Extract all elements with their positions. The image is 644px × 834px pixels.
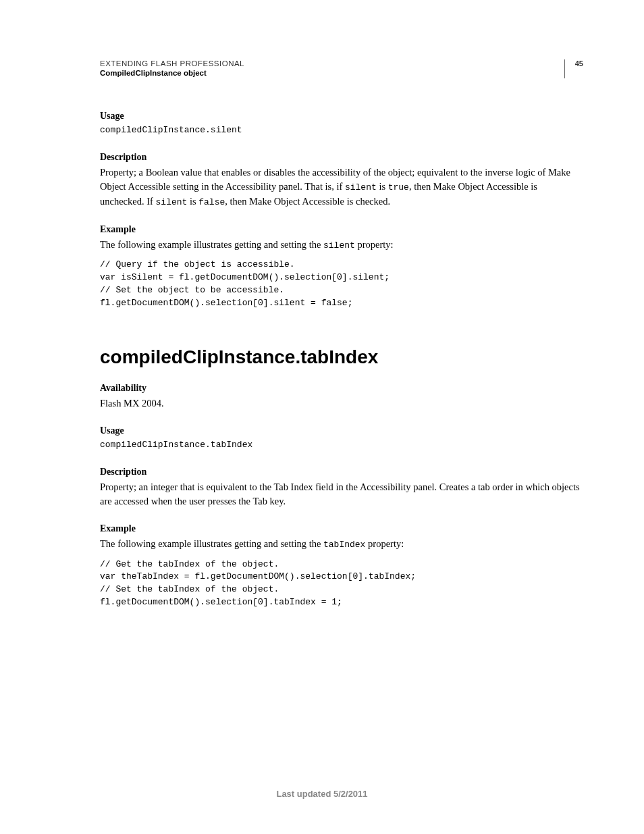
page-number: 45 (564, 59, 583, 78)
doc-title: EXTENDING FLASH PROFESSIONAL (100, 59, 564, 68)
ex2-intro-code: tabIndex (323, 540, 365, 550)
example-label: Example (100, 224, 583, 235)
page-header: EXTENDING FLASH PROFESSIONAL CompiledCli… (100, 59, 583, 78)
ex2-intro-p2: property: (365, 538, 404, 549)
usage-code: compiledClipInstance.silent (100, 124, 583, 137)
doc-subtitle: CompiledClipInstance object (100, 69, 564, 77)
desc-c2: true (388, 182, 409, 192)
availability-label: Availability (100, 383, 583, 394)
description-label: Description (100, 152, 583, 163)
desc-p2: is (377, 181, 388, 192)
availability-text: Flash MX 2004. (100, 396, 583, 411)
desc-c4: false (198, 197, 225, 207)
ex-intro-p2: property: (355, 239, 394, 250)
desc-c3: silent (156, 197, 188, 207)
description-text-2: Property; an integer that is equivalent … (100, 480, 583, 509)
example-label-2: Example (100, 523, 583, 534)
header-left: EXTENDING FLASH PROFESSIONAL CompiledCli… (100, 59, 564, 77)
desc-p4: is (187, 196, 198, 207)
usage-code-2: compiledClipInstance.tabIndex (100, 439, 583, 452)
example-intro-2: The following example illustrates gettin… (100, 537, 583, 552)
page-footer: Last updated 5/2/2011 (0, 789, 644, 799)
ex-intro-code: silent (323, 240, 355, 251)
desc-p5: , then Make Object Accessible is checked… (225, 196, 390, 207)
desc-c1: silent (345, 182, 377, 192)
description-text: Property; a Boolean value that enables o… (100, 165, 583, 209)
ex2-intro-p1: The following example illustrates gettin… (100, 538, 323, 549)
usage-label-2: Usage (100, 425, 583, 436)
usage-label: Usage (100, 111, 583, 122)
example-intro: The following example illustrates gettin… (100, 238, 583, 253)
ex-intro-p1: The following example illustrates gettin… (100, 239, 323, 250)
example-code-block-2: // Get the tabIndex of the object. var t… (100, 558, 583, 609)
section-heading: compiledClipInstance.tabIndex (100, 346, 583, 368)
description-label-2: Description (100, 467, 583, 477)
example-code-block: // Query if the object is accessible. va… (100, 259, 583, 309)
page-content: EXTENDING FLASH PROFESSIONAL CompiledCli… (0, 0, 644, 609)
